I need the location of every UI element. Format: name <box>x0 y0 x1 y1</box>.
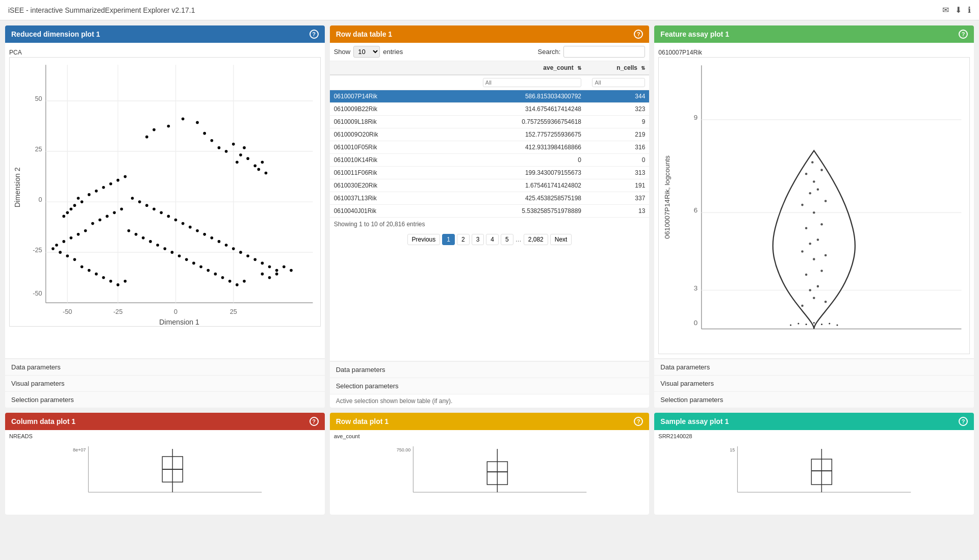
table-row[interactable]: 0610009O20Rik152.7757255936675219 <box>330 128 650 141</box>
gene-name-cell: 0610009O20Rik <box>330 128 474 141</box>
ellipsis: … <box>516 236 522 243</box>
n-cells-cell: 323 <box>585 103 649 116</box>
rdt-selection-params[interactable]: Selection parameters <box>330 378 650 394</box>
svg-point-98 <box>178 254 181 257</box>
top-panels-row: Reduced dimension plot 1 ? PCA 50 25 0 -… <box>5 25 974 408</box>
fap-plot-area: 9 6 3 0 0610007P14Rik, logcounts <box>658 57 970 354</box>
gene-name-cell: 0610007P14Rik <box>330 90 474 103</box>
page-3-button[interactable]: 3 <box>472 234 484 245</box>
show-select[interactable]: 10 25 50 100 <box>353 46 380 58</box>
svg-point-136 <box>817 238 819 241</box>
show-label: Show <box>334 48 351 56</box>
svg-point-107 <box>243 280 246 283</box>
svg-point-97 <box>171 251 174 254</box>
svg-point-139 <box>813 211 815 214</box>
download-icon[interactable]: ⬇ <box>955 5 962 15</box>
svg-point-106 <box>236 283 239 286</box>
rdp-selection-params[interactable]: Selection parameters <box>5 391 325 408</box>
sap-title: Sample assay plot 1 <box>660 417 729 425</box>
col-gene[interactable] <box>330 61 474 75</box>
filter-ave-count[interactable] <box>483 78 581 87</box>
page-1-button[interactable]: 1 <box>442 234 455 245</box>
rdt-data-params[interactable]: Data parameters <box>330 361 650 378</box>
svg-point-93 <box>142 236 145 239</box>
table-row[interactable]: 0610010F05Rik412.9313984168866316 <box>330 141 650 154</box>
table-row[interactable]: 0610009B22Rik314.6754617414248323 <box>330 103 650 116</box>
rdt-info-icon[interactable]: ? <box>634 30 643 39</box>
info-icon[interactable]: ℹ <box>968 5 971 15</box>
svg-point-28 <box>218 146 221 149</box>
rdt-footer: Data parameters Selection parameters Act… <box>330 361 650 408</box>
email-icon[interactable]: ✉ <box>942 5 949 15</box>
fap-svg: 9 6 3 0 0610007P14Rik, logcounts <box>659 58 969 352</box>
svg-point-145 <box>805 173 808 175</box>
svg-point-110 <box>95 273 98 276</box>
page-2-button[interactable]: 2 <box>457 234 470 245</box>
row-data-table-panel: Row data table 1 ? Show 10 25 50 100 ent… <box>330 25 650 408</box>
page-4-button[interactable]: 4 <box>486 234 499 245</box>
svg-point-71 <box>239 251 242 254</box>
svg-point-131 <box>821 270 823 272</box>
svg-point-24 <box>167 125 170 128</box>
main-content: Reduced dimension plot 1 ? PCA 50 25 0 -… <box>0 20 979 520</box>
rdp-visual-params[interactable]: Visual parameters <box>5 375 325 391</box>
table-row[interactable]: 0610011F06Rik199.3430079155673313 <box>330 167 650 179</box>
col-ave-count[interactable]: ave_count ⇅ <box>474 61 585 75</box>
table-row[interactable]: 0610030E20Rik1.675461741424802191 <box>330 179 650 192</box>
svg-point-91 <box>127 229 131 232</box>
sap-plot-title: SRR2140028 <box>658 433 970 439</box>
table-row[interactable]: 0610010K14Rik00 <box>330 154 650 167</box>
sap-info-icon[interactable]: ? <box>959 417 968 426</box>
cdp-info-icon[interactable]: ? <box>310 417 319 426</box>
rdp-plot-label: PCA <box>9 47 321 57</box>
svg-point-49 <box>66 211 69 215</box>
next-button[interactable]: Next <box>550 234 572 245</box>
table-row[interactable]: 0610040J01Rik5.538258575197888913 <box>330 205 650 218</box>
page-5-button[interactable]: 5 <box>501 234 513 245</box>
sap-plot-area: SRR2140028 15 <box>654 430 974 515</box>
prev-button[interactable]: Previous <box>407 234 441 245</box>
svg-text:9: 9 <box>694 114 698 121</box>
n-cells-cell: 313 <box>585 167 649 179</box>
search-input[interactable] <box>563 46 645 58</box>
last-page-button[interactable]: 2,082 <box>524 234 548 245</box>
svg-point-61 <box>120 207 123 210</box>
rowdp-plot-title: ave_count <box>334 433 646 439</box>
fap-selection-params[interactable]: Selection parameters <box>654 391 974 408</box>
svg-text:25: 25 <box>35 145 42 153</box>
svg-point-44 <box>88 193 91 196</box>
col-n-cells[interactable]: n_cells ⇅ <box>585 61 649 75</box>
svg-point-146 <box>821 169 823 171</box>
fap-info-icon[interactable]: ? <box>959 30 968 39</box>
table-body: 0610007P14Rik586.81530343007923440610009… <box>330 90 650 218</box>
svg-point-135 <box>809 243 812 245</box>
svg-point-148 <box>790 324 792 326</box>
filter-row <box>330 75 650 90</box>
svg-point-75 <box>268 265 271 269</box>
svg-text:0: 0 <box>174 308 177 315</box>
rowdp-info-icon[interactable]: ? <box>634 417 643 426</box>
rdp-data-params[interactable]: Data parameters <box>5 359 325 375</box>
row-data-plot-panel: Row data plot 1 ? ave_count 750.00 <box>330 413 650 515</box>
n-cells-cell: 9 <box>585 116 649 128</box>
fap-data-params[interactable]: Data parameters <box>654 359 974 375</box>
rdp-info-icon[interactable]: ? <box>310 30 319 39</box>
table-row[interactable]: 0610037L13Rik425.4538258575198337 <box>330 192 650 205</box>
svg-point-109 <box>88 269 91 272</box>
svg-point-138 <box>821 223 823 226</box>
svg-point-152 <box>821 324 822 325</box>
svg-point-53 <box>145 204 148 207</box>
svg-point-51 <box>131 197 134 200</box>
svg-point-57 <box>174 219 177 222</box>
gene-name-cell: 0610009L18Rik <box>330 116 474 128</box>
fap-visual-params[interactable]: Visual parameters <box>654 375 974 391</box>
svg-point-34 <box>236 161 239 164</box>
filter-n-cells[interactable] <box>592 78 645 87</box>
table-row[interactable]: 0610007P14Rik586.8153034300792344 <box>330 90 650 103</box>
reduced-dimension-plot-panel: Reduced dimension plot 1 ? PCA 50 25 0 -… <box>5 25 325 408</box>
table-row[interactable]: 0610009L18Rik0.75725593667546189 <box>330 116 650 128</box>
svg-point-92 <box>135 233 138 236</box>
filter-ave-count-cell <box>474 75 585 90</box>
column-data-plot-panel: Column data plot 1 ? NREADS 8e+07 <box>5 413 325 515</box>
ave-count-cell: 5.5382585751978889 <box>474 205 585 218</box>
